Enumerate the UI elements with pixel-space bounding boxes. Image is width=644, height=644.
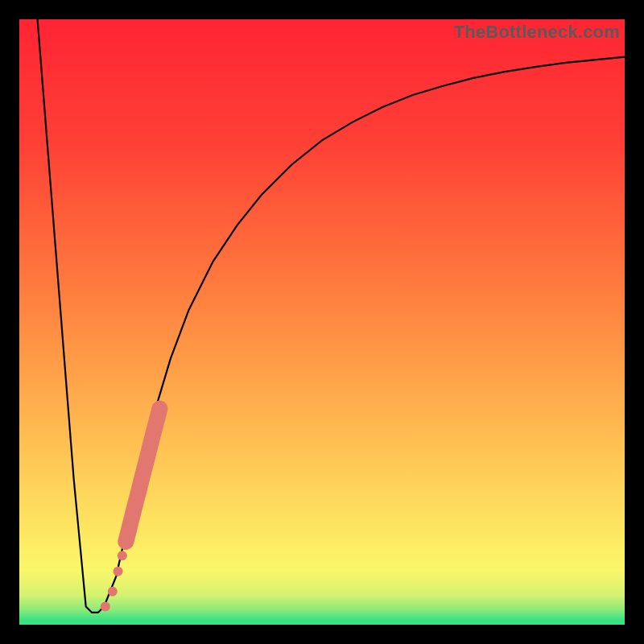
svg-point-1 <box>108 587 118 597</box>
svg-point-0 <box>101 601 110 611</box>
chart-frame: TheBottleneck.com <box>0 0 644 644</box>
plot-area: TheBottleneck.com <box>19 19 625 625</box>
svg-point-2 <box>114 567 123 576</box>
svg-point-3 <box>118 551 127 560</box>
watermark-text: TheBottleneck.com <box>454 22 620 43</box>
chart-svg <box>19 19 625 625</box>
gradient-background <box>19 19 625 625</box>
